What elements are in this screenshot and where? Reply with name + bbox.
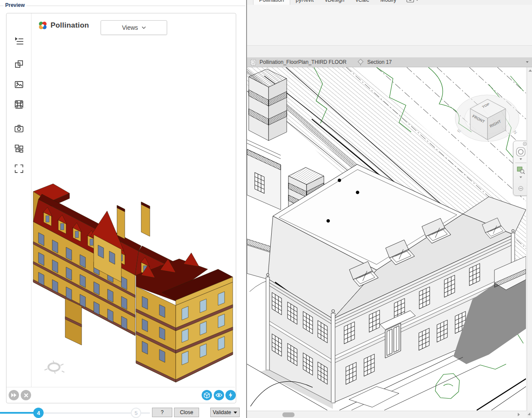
navbar-divider xyxy=(515,163,526,163)
pollination-logo: Pollination xyxy=(38,20,89,31)
bolt-run-button[interactable] xyxy=(225,390,236,400)
step-4[interactable]: 4 xyxy=(33,408,44,418)
brand-name: Pollination xyxy=(51,21,89,30)
sidebar-divider xyxy=(13,107,25,108)
expand-icon[interactable] xyxy=(14,164,24,173)
step-5[interactable]: 5 xyxy=(131,408,141,418)
validate-label: Validate xyxy=(213,409,231,415)
navbar-collapse-button[interactable] xyxy=(513,186,528,191)
ribbon-panel-area xyxy=(247,5,532,45)
preview-group-label: Preview xyxy=(3,2,26,8)
revit-3d-drawing: TOP FRONT RIGHT E N xyxy=(247,67,526,411)
preview-footer xyxy=(6,387,235,403)
scrollbar-thumb[interactable] xyxy=(282,412,294,417)
eye-icon xyxy=(215,393,222,398)
zoom-tool-dropdown[interactable] xyxy=(513,176,528,178)
viewbar-menu-icon[interactable] xyxy=(526,61,529,63)
stepper-line xyxy=(44,412,131,414)
view-title: Pollination_FloorPlan_THIRD FLOOR xyxy=(260,59,346,65)
navigation-bar xyxy=(513,141,529,196)
tab-modify[interactable]: Modify xyxy=(375,0,402,5)
navbar-close-button[interactable] xyxy=(513,142,528,146)
stepper-progress-line xyxy=(0,412,34,414)
cube-3d-button[interactable] xyxy=(202,390,212,400)
viewcube[interactable]: TOP FRONT RIGHT E N xyxy=(455,95,519,141)
lightning-bolt-icon xyxy=(228,392,233,399)
overlap-squares-icon[interactable] xyxy=(14,60,24,69)
scroll-right-icon xyxy=(518,413,520,416)
steering-wheel-icon xyxy=(516,147,526,157)
vertical-scrollbar[interactable] xyxy=(527,67,532,411)
section-pin-icon xyxy=(358,59,364,66)
outline-list-icon[interactable] xyxy=(14,36,24,46)
scrollbar-corner xyxy=(527,411,532,418)
tab-pollination[interactable]: Pollination xyxy=(253,0,290,5)
caret-down-icon xyxy=(234,412,237,414)
zoom-region-icon xyxy=(516,166,525,174)
sun-widget-icon[interactable] xyxy=(43,360,65,374)
tab-pyrevit[interactable]: pyRevit xyxy=(290,0,320,5)
stepper-line-end xyxy=(140,412,150,414)
horizontal-scrollbar[interactable] xyxy=(247,411,527,418)
view-tab-bar[interactable]: Pollination_FloorPlan_THIRD FLOOR Sectio… xyxy=(247,57,532,67)
preview-sidebar xyxy=(6,13,32,387)
preview-model-building xyxy=(33,184,233,382)
image-icon[interactable] xyxy=(14,80,24,89)
close-icon xyxy=(523,142,527,146)
scroll-up-icon xyxy=(529,69,532,72)
floorplan-doc-icon xyxy=(250,59,257,66)
validate-button[interactable]: Validate xyxy=(210,408,240,417)
eye-preview-button[interactable] xyxy=(214,390,224,400)
tab-vdesign[interactable]: vDesign xyxy=(319,0,350,5)
fast-forward-button[interactable] xyxy=(9,390,19,400)
preview-panel: Pollination Views xyxy=(6,13,236,403)
preview-groupbox-border xyxy=(0,6,245,6)
revit-window: Pollination pyRevit vDesign vCalc Modify… xyxy=(246,0,532,418)
bush xyxy=(435,374,459,399)
help-button[interactable]: ? xyxy=(152,408,172,417)
cube-icon xyxy=(204,392,210,399)
grid-layout-icon[interactable] xyxy=(14,144,24,153)
ribbon-tab-bar: Pollination pyRevit vDesign vCalc Modify xyxy=(247,0,532,5)
views-button-label: Views xyxy=(122,24,138,31)
resize-grip-icon xyxy=(528,412,532,416)
ribbon-collapse-control[interactable] xyxy=(406,0,418,3)
camera-icon[interactable] xyxy=(14,124,24,133)
drawing-area[interactable]: TOP FRONT RIGHT E N xyxy=(247,67,526,411)
options-bar xyxy=(247,45,532,57)
dismiss-button[interactable] xyxy=(21,390,31,400)
preview-3d-model-viewport[interactable] xyxy=(32,167,235,391)
zoom-tool-button[interactable] xyxy=(513,166,528,174)
pollination-logo-icon xyxy=(38,20,48,31)
views-dropdown-button[interactable]: Views xyxy=(101,20,167,35)
minimize-icon xyxy=(518,186,523,191)
fast-forward-icon xyxy=(11,393,17,398)
chevron-down-icon xyxy=(142,26,146,29)
section-label: Section 17 xyxy=(367,59,392,65)
tab-vcalc[interactable]: vCalc xyxy=(350,0,375,5)
steering-wheel-button[interactable] xyxy=(513,147,528,157)
close-button[interactable]: Close xyxy=(174,408,199,417)
caret-down-icon xyxy=(416,0,418,1)
steering-wheel-dropdown[interactable] xyxy=(513,158,528,160)
panel-toggle-icon xyxy=(406,0,414,3)
close-icon xyxy=(24,393,28,398)
left-neighbor-building xyxy=(247,69,287,210)
